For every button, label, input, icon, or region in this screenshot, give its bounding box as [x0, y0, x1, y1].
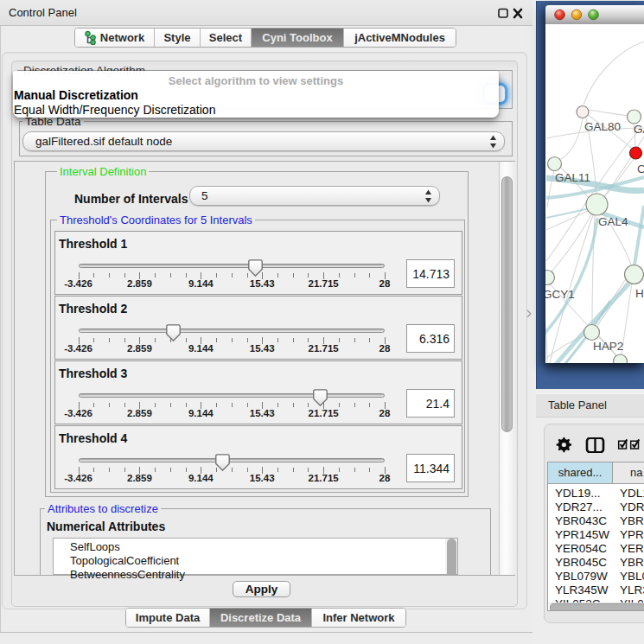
- svg-text:GAL11: GAL11: [555, 171, 590, 184]
- svg-text:HAP2: HAP2: [593, 340, 623, 353]
- svg-text:GAL80: GAL80: [584, 120, 621, 133]
- svg-text:GCY1: GCY1: [545, 288, 575, 301]
- svg-text:CA: CA: [637, 163, 644, 175]
- svg-text:GAL4: GAL4: [598, 215, 628, 228]
- svg-text:GA: GA: [634, 123, 644, 136]
- svg-text:H: H: [635, 287, 644, 300]
